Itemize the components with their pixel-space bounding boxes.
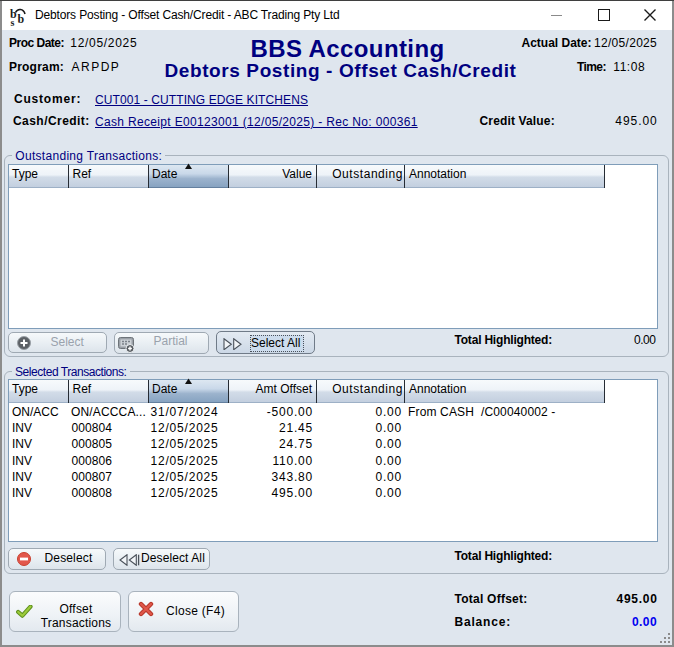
svg-text:b: b xyxy=(18,12,25,26)
svg-text:s: s xyxy=(11,17,15,28)
